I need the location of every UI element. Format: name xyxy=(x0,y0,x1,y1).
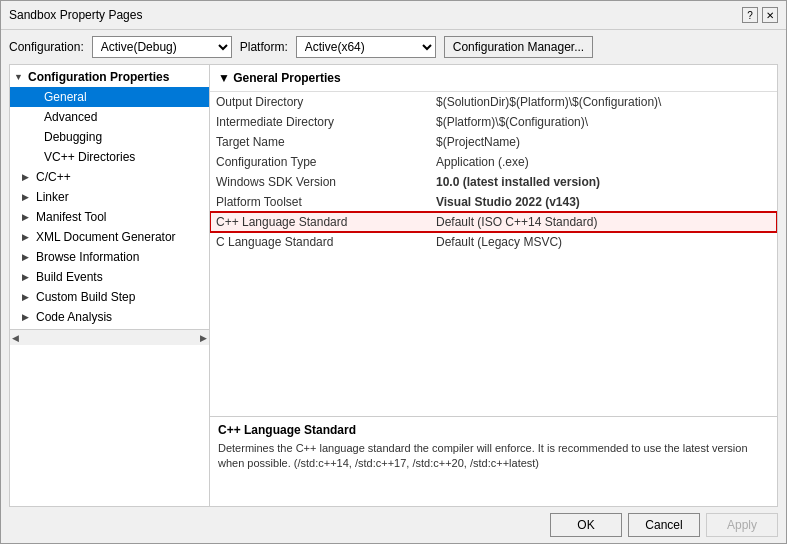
property-name: Platform Toolset xyxy=(210,192,430,212)
sidebar-item-label: XML Document Generator xyxy=(36,230,176,244)
property-value: Visual Studio 2022 (v143) xyxy=(430,192,777,212)
apply-button[interactable]: Apply xyxy=(706,513,778,537)
expand-icon: ▶ xyxy=(22,212,36,222)
property-value: 10.0 (latest installed version) xyxy=(430,172,777,192)
sidebar-item-code-analysis[interactable]: ▶ Code Analysis xyxy=(10,307,209,327)
left-panel: ▼ Configuration Properties General Advan… xyxy=(10,65,210,506)
platform-select[interactable]: Active(x64) xyxy=(296,36,436,58)
sidebar-item-label: Build Events xyxy=(36,270,103,284)
properties-table: Output Directory$(SolutionDir)$(Platform… xyxy=(210,92,777,416)
configuration-select[interactable]: Active(Debug) xyxy=(92,36,232,58)
expand-icon: ▶ xyxy=(22,272,36,282)
table-row[interactable]: Intermediate Directory$(Platform)\$(Conf… xyxy=(210,112,777,132)
scroll-right-icon[interactable]: ▶ xyxy=(200,333,207,343)
expand-icon: ▶ xyxy=(22,192,36,202)
description-title: C++ Language Standard xyxy=(218,423,769,437)
table-row[interactable]: Configuration TypeApplication (.exe) xyxy=(210,152,777,172)
table-row[interactable]: C++ Language StandardDefault (ISO C++14 … xyxy=(210,212,777,232)
dialog: Sandbox Property Pages ? ✕ Configuration… xyxy=(0,0,787,544)
expand-icon: ▶ xyxy=(22,232,36,242)
property-name: Target Name xyxy=(210,132,430,152)
sidebar-item-label: General xyxy=(44,90,87,104)
property-name: Configuration Type xyxy=(210,152,430,172)
platform-label: Platform: xyxy=(240,40,288,54)
expand-icon: ▶ xyxy=(22,292,36,302)
config-manager-button[interactable]: Configuration Manager... xyxy=(444,36,593,58)
sidebar-item-custom-build[interactable]: ▶ Custom Build Step xyxy=(10,287,209,307)
sidebar-item-linker[interactable]: ▶ Linker xyxy=(10,187,209,207)
properties-header: ▼ General Properties xyxy=(210,65,777,92)
tree-root-label: Configuration Properties xyxy=(28,70,169,84)
sidebar-item-vc-directories[interactable]: VC++ Directories xyxy=(10,147,209,167)
sidebar-item-debugging[interactable]: Debugging xyxy=(10,127,209,147)
sidebar-item-label: Custom Build Step xyxy=(36,290,135,304)
table-row[interactable]: Target Name$(ProjectName) xyxy=(210,132,777,152)
sidebar-item-xml-doc[interactable]: ▶ XML Document Generator xyxy=(10,227,209,247)
bottom-bar: OK Cancel Apply xyxy=(1,507,786,543)
main-content: ▼ Configuration Properties General Advan… xyxy=(9,64,778,507)
property-value: $(SolutionDir)$(Platform)\$(Configuratio… xyxy=(430,92,777,112)
dialog-title: Sandbox Property Pages xyxy=(9,8,142,22)
left-scrollbar[interactable]: ◀ ▶ xyxy=(10,329,209,345)
properties-header-title: General Properties xyxy=(233,71,340,85)
tree-root-item[interactable]: ▼ Configuration Properties xyxy=(10,67,209,87)
ok-button[interactable]: OK xyxy=(550,513,622,537)
table-row[interactable]: Windows SDK Version10.0 (latest installe… xyxy=(210,172,777,192)
tree-root: ▼ Configuration Properties General Advan… xyxy=(10,65,209,329)
help-button[interactable]: ? xyxy=(742,7,758,23)
sidebar-item-label: Browse Information xyxy=(36,250,139,264)
properties-table-content: Output Directory$(SolutionDir)$(Platform… xyxy=(210,92,777,252)
expand-icon: ▶ xyxy=(22,312,36,322)
properties-header-icon: ▼ xyxy=(218,71,233,85)
property-name: Windows SDK Version xyxy=(210,172,430,192)
table-row[interactable]: C Language StandardDefault (Legacy MSVC) xyxy=(210,232,777,252)
expand-icon: ▼ xyxy=(14,72,28,82)
sidebar-item-label: Advanced xyxy=(44,110,97,124)
sidebar-item-label: Linker xyxy=(36,190,69,204)
property-name: Intermediate Directory xyxy=(210,112,430,132)
cancel-button[interactable]: Cancel xyxy=(628,513,700,537)
sidebar-item-label: VC++ Directories xyxy=(44,150,135,164)
table-row[interactable]: Output Directory$(SolutionDir)$(Platform… xyxy=(210,92,777,112)
right-panel: ▼ General Properties Output Directory$(S… xyxy=(210,65,777,506)
description-text: Determines the C++ language standard the… xyxy=(218,441,769,472)
sidebar-item-build-events[interactable]: ▶ Build Events xyxy=(10,267,209,287)
expand-icon: ▶ xyxy=(22,172,36,182)
sidebar-item-label: Code Analysis xyxy=(36,310,112,324)
config-row: Configuration: Active(Debug) Platform: A… xyxy=(1,30,786,64)
config-label: Configuration: xyxy=(9,40,84,54)
table-row[interactable]: Platform ToolsetVisual Studio 2022 (v143… xyxy=(210,192,777,212)
property-name: Output Directory xyxy=(210,92,430,112)
sidebar-item-cpp[interactable]: ▶ C/C++ xyxy=(10,167,209,187)
sidebar-item-label: Debugging xyxy=(44,130,102,144)
title-bar-buttons: ? ✕ xyxy=(742,7,778,23)
property-name: C Language Standard xyxy=(210,232,430,252)
property-value: Default (ISO C++14 Standard) xyxy=(430,212,777,232)
sidebar-item-label: Manifest Tool xyxy=(36,210,106,224)
close-button[interactable]: ✕ xyxy=(762,7,778,23)
sidebar-item-general[interactable]: General xyxy=(10,87,209,107)
sidebar-item-label: C/C++ xyxy=(36,170,71,184)
sidebar-item-advanced[interactable]: Advanced xyxy=(10,107,209,127)
sidebar-item-manifest-tool[interactable]: ▶ Manifest Tool xyxy=(10,207,209,227)
property-value: Application (.exe) xyxy=(430,152,777,172)
property-value: $(Platform)\$(Configuration)\ xyxy=(430,112,777,132)
property-value: Default (Legacy MSVC) xyxy=(430,232,777,252)
property-name: C++ Language Standard xyxy=(210,212,430,232)
sidebar-item-browse-info[interactable]: ▶ Browse Information xyxy=(10,247,209,267)
description-panel: C++ Language Standard Determines the C++… xyxy=(210,416,777,506)
scroll-left-icon[interactable]: ◀ xyxy=(12,333,19,343)
property-value: $(ProjectName) xyxy=(430,132,777,152)
expand-icon: ▶ xyxy=(22,252,36,262)
title-bar: Sandbox Property Pages ? ✕ xyxy=(1,1,786,30)
